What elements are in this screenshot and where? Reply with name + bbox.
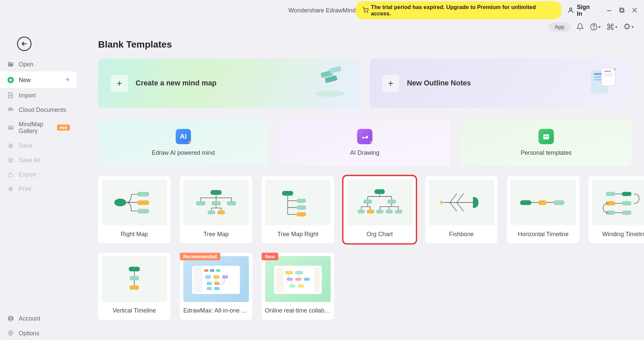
template-edrawmax[interactable]: Recommended EdrawMax: All-in-one Dia... (180, 253, 252, 320)
svg-rect-52 (387, 200, 395, 204)
template-preview (428, 180, 494, 225)
trial-banner[interactable]: The trial period has expired. Upgrade to… (356, 1, 561, 19)
template-horizontal-timeline[interactable]: Horizontal Timeline (507, 176, 579, 244)
svg-line-61 (457, 202, 463, 211)
signin-button[interactable]: Sign In (568, 3, 596, 17)
sidebar-item-import[interactable]: Import (0, 88, 77, 103)
account-icon (7, 315, 14, 322)
promo-ai-mind[interactable]: AI✦ Edraw AI powered mind (98, 119, 268, 166)
mindmap-art-icon (309, 64, 352, 102)
template-vertical-timeline[interactable]: Vertical Timeline (98, 253, 170, 320)
svg-rect-64 (553, 200, 565, 205)
hero-title: Create a new mind map (136, 79, 216, 87)
template-tree-map[interactable]: Tree Map (180, 176, 252, 244)
svg-rect-99 (295, 278, 301, 281)
svg-rect-76 (128, 267, 140, 271)
saveas-icon (7, 156, 14, 163)
sidebar-item-options[interactable]: Options (0, 326, 77, 340)
template-preview (347, 180, 413, 225)
user-icon (568, 7, 574, 13)
sidebar-item-account[interactable]: Account (0, 312, 77, 326)
new-badge: New (262, 253, 278, 260)
sidebar-item-cloud[interactable]: Cloud Documents (0, 103, 77, 117)
svg-rect-45 (217, 211, 225, 214)
close-button[interactable] (631, 7, 638, 13)
svg-rect-55 (376, 210, 383, 213)
arrow-left-icon (20, 40, 28, 48)
template-right-map[interactable]: Right Map (98, 176, 170, 244)
svg-rect-89 (207, 282, 212, 285)
svg-rect-84 (210, 269, 214, 272)
sidebar-item-print[interactable]: Print (0, 182, 77, 196)
plus-circle-icon (7, 76, 14, 84)
template-tree-map-right[interactable]: Tree Map Right (262, 176, 334, 244)
plus-icon[interactable]: + (65, 75, 70, 84)
hero-new-mindmap[interactable]: + Create a new mind map (98, 59, 360, 108)
command-icon[interactable]: ▾ (606, 23, 617, 31)
template-preview (183, 256, 249, 302)
sidebar-item-label: Print (19, 186, 31, 192)
print-icon (7, 186, 14, 192)
back-button[interactable] (17, 37, 32, 51)
trial-banner-text: The trial period has expired. Upgrade to… (371, 4, 555, 16)
sidebar: Open New + Import Cloud Documents MindMa… (0, 33, 77, 340)
template-label: Tree Map Right (265, 230, 331, 237)
svg-point-18 (10, 317, 11, 319)
template-winding-timeline[interactable]: Winding Timeline (589, 176, 644, 244)
svg-rect-33 (543, 134, 549, 139)
notification-icon[interactable] (576, 23, 584, 31)
folder-icon (7, 61, 14, 68)
sidebar-item-saveas[interactable]: Save As (0, 153, 77, 167)
svg-point-9 (594, 28, 594, 28)
svg-line-60 (450, 202, 457, 211)
sidebar-item-gallery[interactable]: MindMap Gallery Hot (0, 117, 77, 138)
svg-rect-32 (604, 75, 612, 76)
hero-new-outline[interactable]: + New Outline Notes (369, 59, 631, 108)
minimize-button[interactable] (606, 7, 612, 13)
svg-point-19 (10, 332, 11, 334)
svg-rect-30 (604, 71, 611, 72)
maximize-button[interactable] (619, 7, 625, 13)
template-online-collab[interactable]: New Online real-time collabora... (262, 253, 334, 320)
template-preview (101, 180, 167, 225)
svg-rect-85 (216, 269, 220, 272)
svg-rect-48 (297, 205, 306, 210)
svg-rect-67 (606, 192, 615, 196)
app-chip[interactable]: App (548, 22, 570, 31)
svg-rect-11 (8, 126, 13, 130)
svg-rect-41 (196, 201, 205, 206)
promo-ai-drawing[interactable]: ✦ AI Drawing (279, 119, 450, 166)
titlebar: Wondershare EdrawMind The trial period h… (0, 0, 644, 20)
svg-rect-87 (213, 275, 219, 279)
svg-rect-22 (329, 66, 341, 74)
ai-drawing-icon: ✦ (357, 129, 372, 144)
sidebar-item-open[interactable]: Open (0, 57, 77, 71)
svg-rect-91 (207, 287, 212, 290)
export-icon (7, 171, 14, 178)
svg-rect-68 (622, 192, 631, 196)
template-org-chart[interactable]: Org Chart (343, 176, 416, 244)
svg-rect-53 (357, 210, 365, 213)
svg-rect-42 (211, 201, 221, 206)
template-preview (592, 180, 644, 225)
sidebar-item-label: Open (19, 61, 33, 68)
sidebar-item-save[interactable]: Save (0, 138, 77, 153)
hero-title: New Outline Notes (407, 79, 471, 87)
sidebar-item-label: Save (19, 142, 33, 149)
hot-badge: Hot (57, 125, 70, 131)
svg-rect-4 (620, 8, 623, 11)
sidebar-item-new[interactable]: New + (0, 71, 77, 88)
svg-point-0 (364, 12, 365, 12)
sidebar-item-export[interactable]: Export (0, 167, 77, 182)
template-preview (265, 256, 331, 302)
template-fishbone[interactable]: Fishbone (425, 176, 497, 244)
svg-rect-31 (604, 73, 612, 74)
svg-rect-51 (363, 200, 372, 204)
svg-rect-5 (621, 9, 624, 12)
help-icon[interactable]: ▾ (590, 23, 601, 31)
svg-rect-38 (137, 200, 149, 205)
svg-rect-98 (287, 278, 293, 281)
outline-art-icon (580, 64, 623, 102)
theme-icon[interactable]: ▾ (623, 23, 634, 31)
promo-personal-templates[interactable]: Personal templates (461, 119, 631, 166)
